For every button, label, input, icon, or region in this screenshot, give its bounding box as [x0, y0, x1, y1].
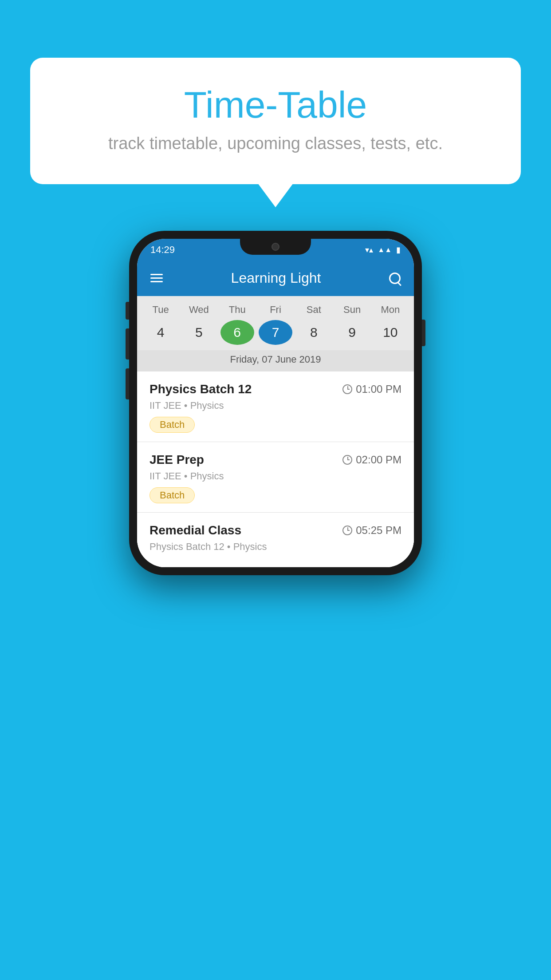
- day-headers: Tue Wed Thu Fri Sat Sun Mon: [137, 301, 414, 318]
- schedule-item-3[interactable]: Remedial Class 05:25 PM Physics Batch 12…: [137, 513, 414, 567]
- selected-date: Friday, 07 June 2019: [137, 350, 414, 371]
- schedule-time-3: 05:25 PM: [342, 524, 401, 537]
- day-num-10[interactable]: 10: [374, 320, 407, 345]
- app-title: Learning Light: [231, 270, 321, 286]
- schedule-meta-1: IIT JEE • Physics: [150, 400, 401, 411]
- day-num-6[interactable]: 6: [220, 320, 254, 345]
- schedule-item-1-header: Physics Batch 12 01:00 PM: [150, 382, 401, 396]
- phone-outer: 14:29 ▾▴ ▲▲ ▮ Learning Light: [129, 231, 422, 575]
- phone-power-button: [422, 320, 425, 346]
- clock-icon-3: [342, 526, 352, 535]
- day-num-9[interactable]: 9: [335, 320, 369, 345]
- schedule-item-3-header: Remedial Class 05:25 PM: [150, 523, 401, 537]
- schedule-list: Physics Batch 12 01:00 PM IIT JEE • Phys…: [137, 371, 414, 567]
- schedule-time-1: 01:00 PM: [342, 383, 401, 395]
- day-fri: Fri: [259, 304, 292, 316]
- day-num-4[interactable]: 4: [144, 320, 177, 345]
- batch-tag-1: Batch: [150, 417, 195, 433]
- phone-screen: 14:29 ▾▴ ▲▲ ▮ Learning Light: [137, 239, 414, 567]
- day-tue: Tue: [144, 304, 177, 316]
- speech-bubble-container: Time-Table track timetable, upcoming cla…: [30, 58, 521, 184]
- schedule-meta-2: IIT JEE • Physics: [150, 470, 401, 482]
- clock-icon-1: [342, 384, 352, 394]
- phone-mockup: 14:29 ▾▴ ▲▲ ▮ Learning Light: [129, 231, 422, 575]
- schedule-item-2-header: JEE Prep 02:00 PM: [150, 453, 401, 467]
- battery-icon: ▮: [396, 245, 401, 255]
- search-icon[interactable]: [389, 273, 401, 284]
- day-numbers: 4 5 6 7 8 9 10: [137, 318, 414, 350]
- phone-volume-down-button: [126, 368, 129, 399]
- batch-tag-2: Batch: [150, 487, 195, 503]
- clock-icon-2: [342, 455, 352, 465]
- calendar-section: Tue Wed Thu Fri Sat Sun Mon 4 5 6 7 8 9 …: [137, 296, 414, 371]
- schedule-time-2: 02:00 PM: [342, 454, 401, 466]
- speech-bubble: Time-Table track timetable, upcoming cla…: [30, 58, 521, 184]
- schedule-item-1[interactable]: Physics Batch 12 01:00 PM IIT JEE • Phys…: [137, 371, 414, 442]
- phone-camera: [272, 243, 279, 251]
- wifi-icon: ▾▴: [365, 245, 373, 255]
- day-wed: Wed: [182, 304, 216, 316]
- bubble-title: Time-Table: [66, 84, 485, 125]
- schedule-item-2[interactable]: JEE Prep 02:00 PM IIT JEE • Physics Batc…: [137, 442, 414, 513]
- phone-notch: [240, 239, 311, 255]
- day-mon: Mon: [374, 304, 407, 316]
- time-value-1: 01:00 PM: [356, 383, 401, 395]
- bubble-subtitle: track timetable, upcoming classes, tests…: [66, 134, 485, 153]
- app-toolbar: Learning Light: [137, 260, 414, 296]
- schedule-title-3: Remedial Class: [150, 523, 241, 537]
- day-sat: Sat: [297, 304, 331, 316]
- phone-volume-up-button: [126, 328, 129, 360]
- schedule-title-2: JEE Prep: [150, 453, 204, 467]
- menu-button[interactable]: [150, 274, 163, 282]
- time-value-2: 02:00 PM: [356, 454, 401, 466]
- schedule-title-1: Physics Batch 12: [150, 382, 252, 396]
- signal-icon: ▲▲: [378, 246, 392, 254]
- time-value-3: 05:25 PM: [356, 524, 401, 537]
- day-thu: Thu: [220, 304, 254, 316]
- status-time: 14:29: [150, 244, 175, 256]
- day-num-7[interactable]: 7: [259, 320, 292, 345]
- schedule-meta-3: Physics Batch 12 • Physics: [150, 541, 401, 553]
- day-sun: Sun: [335, 304, 369, 316]
- day-num-8[interactable]: 8: [297, 320, 331, 345]
- status-icons: ▾▴ ▲▲ ▮: [365, 245, 401, 255]
- day-num-5[interactable]: 5: [182, 320, 216, 345]
- phone-mute-button: [126, 302, 129, 320]
